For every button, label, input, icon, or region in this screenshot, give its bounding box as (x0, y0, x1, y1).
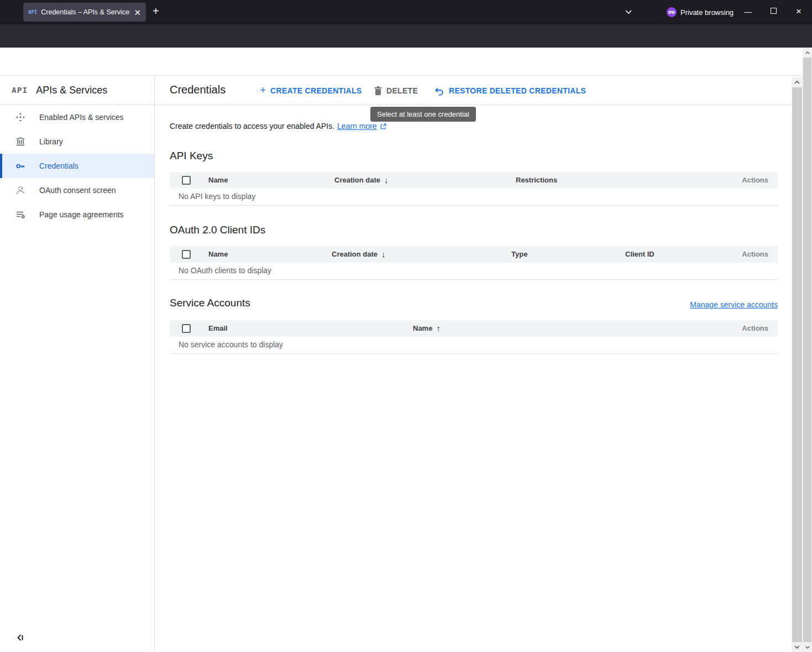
new-tab-button[interactable]: + (153, 5, 159, 18)
column-actions: Actions (742, 320, 768, 337)
column-name[interactable]: Name↑ (413, 320, 441, 337)
page-title: Credentials (170, 84, 226, 96)
window-minimize-button[interactable]: — (741, 7, 755, 16)
scroll-down-icon[interactable] (792, 642, 803, 652)
api-keys-heading: API Keys (170, 150, 213, 162)
tab-title: Credentials – APIs & Services – z (41, 8, 130, 16)
create-credentials-button[interactable]: + CREATE CREDENTIALS (260, 84, 362, 97)
api-favicon-icon: API (28, 9, 37, 15)
credentials-header: Credentials + CREATE CREDENTIALS DELETE … (155, 76, 792, 105)
sort-desc-icon: ↓ (384, 172, 389, 189)
column-name[interactable]: Name (208, 172, 228, 189)
scroll-up-icon[interactable] (803, 48, 812, 58)
learn-more-link[interactable]: Learn more (337, 122, 377, 131)
sort-desc-icon: ↓ (381, 246, 386, 263)
column-actions: Actions (742, 246, 768, 263)
plus-icon: + (260, 84, 266, 96)
trash-icon (373, 86, 382, 96)
sidebar-header: API APIs & Services (0, 76, 154, 105)
collapse-sidebar-button[interactable] (15, 633, 24, 642)
external-link-icon (380, 123, 387, 130)
undo-arrow-icon (434, 86, 444, 96)
sidebar-item-library[interactable]: Library (0, 129, 154, 154)
restore-deleted-credentials-button[interactable]: RESTORE DELETED CREDENTIALS (434, 84, 586, 97)
sidebar-item-page-usage[interactable]: Page usage agreements (0, 202, 154, 227)
scroll-down-icon[interactable] (803, 642, 812, 652)
oauth-table-header: Name Creation date↓ Type Client ID Actio… (170, 246, 778, 263)
select-all-checkbox[interactable] (182, 250, 191, 259)
page-usage-agreements-icon (15, 210, 25, 220)
sidebar-item-oauth-consent[interactable]: OAuth consent screen (0, 178, 154, 202)
select-all-checkbox[interactable] (182, 176, 191, 185)
tab-close-icon[interactable]: ✕ (134, 8, 141, 17)
service-accounts-empty-row: No service accounts to display (170, 337, 778, 354)
window-maximize-button[interactable] (767, 6, 780, 14)
api-keys-empty-row: No API keys to display (170, 189, 778, 206)
service-accounts-heading: Service Accounts (170, 297, 250, 309)
sidebar: API APIs & Services Enabled APIs & servi… (0, 76, 155, 652)
window-scrollbar[interactable] (803, 48, 812, 652)
sidebar-item-enabled-apis[interactable]: Enabled APIs & services (0, 105, 154, 129)
content-scrollbar[interactable] (792, 77, 803, 652)
page-description: Create credentials to access your enable… (170, 122, 387, 131)
browser-nav-bar: ← → https://console.cloud.google.com/api… (0, 24, 812, 48)
column-name[interactable]: Name (208, 246, 228, 263)
browser-tab[interactable]: API Credentials – APIs & Services – z ✕ (23, 3, 146, 22)
column-restrictions: Restrictions (516, 172, 557, 189)
sidebar-item-credentials[interactable]: Credentials (0, 154, 154, 178)
main-content: Credentials + CREATE CREDENTIALS DELETE … (155, 76, 792, 652)
column-email[interactable]: Email (208, 320, 228, 337)
scrollbar-thumb[interactable] (803, 58, 811, 642)
tooltip: Select at least one credential (370, 107, 476, 122)
scrollbar-thumb[interactable] (792, 87, 802, 642)
column-actions: Actions (742, 172, 768, 189)
enabled-apis-icon (15, 112, 25, 122)
private-browsing-mask-icon (666, 7, 677, 18)
sort-asc-icon: ↑ (436, 320, 441, 337)
api-logo: API (12, 86, 28, 95)
browser-tab-bar: API Credentials – APIs & Services – z ✕ … (0, 0, 812, 24)
window-close-button[interactable]: × (792, 6, 805, 17)
oauth-heading: OAuth 2.0 Client IDs (170, 224, 265, 236)
library-icon (15, 137, 25, 147)
select-all-checkbox[interactable] (182, 324, 191, 333)
private-browsing-label: Private browsing (680, 8, 734, 17)
gcp-top-bar: GoogleCloud zrok Search (/) for resource… (0, 48, 812, 76)
oauth-empty-row: No OAuth clients to display (170, 263, 778, 280)
delete-button[interactable]: DELETE (373, 84, 418, 97)
column-creation-date[interactable]: Creation date↓ (334, 172, 389, 189)
oauth-consent-icon (15, 185, 25, 195)
list-tabs-chevron-icon[interactable] (625, 8, 632, 15)
sidebar-title: APIs & Services (36, 85, 107, 96)
api-keys-table-header: Name Creation date↓ Restrictions Actions (170, 172, 778, 189)
manage-service-accounts-link[interactable]: Manage service accounts (690, 300, 778, 309)
column-client-id: Client ID (625, 246, 654, 263)
key-icon (15, 161, 25, 171)
scroll-up-icon[interactable] (792, 77, 803, 87)
column-type: Type (511, 246, 527, 263)
column-creation-date[interactable]: Creation date↓ (332, 246, 386, 263)
service-accounts-table-header: Email Name↑ Actions (170, 320, 778, 337)
